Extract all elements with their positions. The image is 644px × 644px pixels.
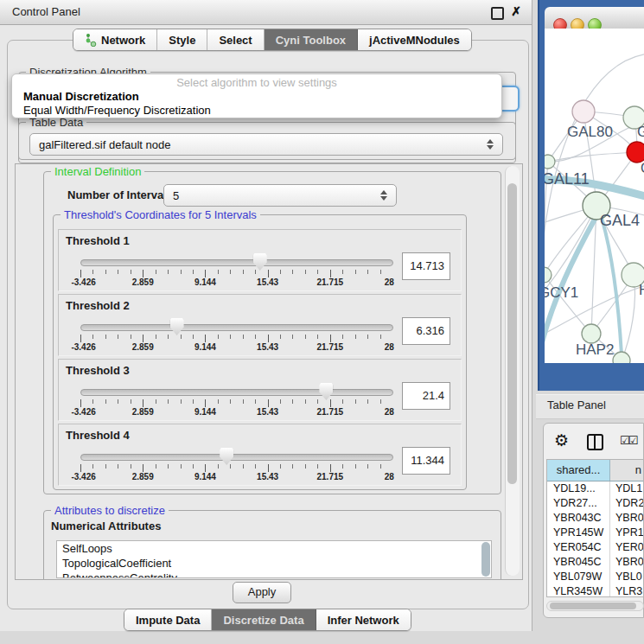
- list-scrollbar[interactable]: [481, 542, 490, 577]
- control-panel-window: Control Panel ✗ Discretization Algorithm…: [0, 0, 532, 631]
- dropdown-placeholder: Select algorithm to view settings: [12, 76, 501, 89]
- tab-discretize-data[interactable]: Discretize Data: [212, 609, 316, 630]
- table-panel-title: Table Panel: [547, 399, 606, 411]
- interval-definition-title: Interval Definition: [51, 165, 144, 178]
- cyni-toolbox-panel: Discretization Algorithm Select algorith…: [7, 40, 529, 609]
- table-row[interactable]: YDL19...YDL1: [547, 481, 643, 496]
- threshold-1-slider-track[interactable]: [80, 259, 393, 266]
- thresholds-group: Threshold's Coordinates for 5 Intervals …: [53, 214, 467, 490]
- node-label: H: [639, 282, 644, 298]
- table-row[interactable]: YBR045CYBR0: [547, 555, 643, 570]
- interval-definition-group: Interval Definition Number of Intervals …: [43, 171, 501, 494]
- threshold-1-value-field[interactable]: 14.713: [402, 252, 450, 280]
- slider-ticks: [80, 464, 392, 472]
- attributes-group-title: Attributes to discretize: [51, 504, 169, 517]
- table-hscrollbar[interactable]: [546, 601, 644, 611]
- node-label: C: [641, 161, 644, 175]
- node-selected-red[interactable]: [627, 142, 644, 163]
- apply-button[interactable]: Apply: [233, 582, 291, 603]
- scrollbar-thumb[interactable]: [550, 603, 636, 609]
- column-header-shared-name[interactable]: shared...: [547, 460, 610, 481]
- node-hap2[interactable]: [582, 324, 601, 343]
- slider-scale: -3.426 2.859 9.144 15.43 21.715 28: [80, 407, 392, 418]
- node-label: G: [637, 124, 644, 140]
- slider-scale: -3.426 2.859 9.144 15.43 21.715 28: [80, 342, 392, 353]
- threshold-3-slider-thumb[interactable]: [319, 383, 333, 400]
- scrollbar-thumb[interactable]: [507, 183, 517, 484]
- combo-spinner-icon: [380, 190, 387, 201]
- tab-style[interactable]: Style: [157, 29, 207, 50]
- list-item[interactable]: BetweennessCentrality: [57, 571, 491, 578]
- threshold-4-value-field[interactable]: 11.344: [402, 447, 450, 475]
- attributes-group: Attributes to discretize Numerical Attri…: [43, 510, 501, 580]
- slider-scale: -3.426 2.859 9.144 15.43 21.715 28: [80, 472, 392, 482]
- threshold-3-slider-track[interactable]: [80, 389, 393, 396]
- tab-network[interactable]: Network: [73, 29, 157, 50]
- slider-scale: -3.426 2.859 9.144 15.43 21.715 28: [80, 277, 392, 288]
- tab-select[interactable]: Select: [207, 29, 264, 50]
- threshold-2-block: Threshold 2 -3.426 2.859 9.144 15.43: [58, 294, 462, 356]
- node-label: GCY1: [545, 284, 578, 301]
- dropdown-option-equal-width[interactable]: Equal Width/Frequency Discretization: [23, 104, 211, 117]
- threshold-4-slider-thumb[interactable]: [220, 448, 233, 465]
- num-intervals-value: 5: [173, 189, 380, 202]
- column-header-name[interactable]: n: [610, 460, 643, 481]
- num-intervals-combobox[interactable]: 5: [163, 184, 397, 207]
- network-canvas[interactable]: GAL80 G C GAL11 GAL4 GCY1 H HAP2: [545, 29, 644, 363]
- settings-scrollbar[interactable]: [505, 166, 520, 576]
- thresholds-group-title: Threshold's Coordinates for 5 Intervals: [61, 208, 260, 221]
- node-gal11[interactable]: [545, 155, 555, 169]
- application: Control Panel ✗ Discretization Algorithm…: [0, 0, 644, 644]
- checkbox-icons[interactable]: ☑☑: [620, 434, 636, 447]
- table-header-row: shared... n: [547, 460, 643, 481]
- table-row[interactable]: YLR345WYLR3: [547, 584, 643, 597]
- tab-infer-network[interactable]: Infer Network: [316, 609, 411, 630]
- node-attribute-table[interactable]: shared... n YDL19...YDL1 YDR27...YDR2 YB…: [546, 459, 644, 597]
- network-icon: [85, 33, 97, 47]
- close-icon[interactable]: ✗: [511, 4, 521, 18]
- table-row[interactable]: YBR043CYBR0: [547, 511, 643, 526]
- threshold-1-slider-thumb[interactable]: [253, 253, 267, 271]
- node-label: GAL4: [600, 212, 640, 229]
- threshold-2-slider-thumb[interactable]: [170, 318, 184, 335]
- slider-ticks: [80, 399, 392, 407]
- node-label: GAL11: [545, 170, 590, 188]
- tab-cyni-toolbox[interactable]: Cyni Toolbox: [265, 29, 358, 50]
- gear-icon[interactable]: ⚙: [554, 430, 569, 450]
- table-data-selected: galFiltered.sif default node: [39, 138, 487, 151]
- node-bottom[interactable]: [613, 352, 630, 363]
- columns-icon[interactable]: [587, 434, 603, 450]
- threshold-2-value-field[interactable]: 6.316: [402, 317, 450, 345]
- node-gcy1[interactable]: [545, 267, 552, 283]
- float-window-icon[interactable]: [491, 7, 504, 20]
- tab-impute-data[interactable]: Impute Data: [124, 609, 212, 630]
- attributes-list[interactable]: SelfLoops TopologicalCoefficient Between…: [56, 540, 492, 578]
- dropdown-option-manual[interactable]: Manual Discretization: [23, 90, 139, 103]
- numerical-attributes-label: Numerical Attributes: [51, 520, 161, 532]
- algorithm-dropdown-popup: Select algorithm to view settings Manual…: [11, 73, 502, 118]
- table-row[interactable]: YER054CYER0: [547, 540, 643, 555]
- list-item[interactable]: SelfLoops: [57, 541, 491, 556]
- table-row[interactable]: YBL079WYBL0: [547, 570, 643, 584]
- list-item[interactable]: TopologicalCoefficient: [57, 556, 491, 571]
- threshold-3-value-field[interactable]: 21.4: [402, 382, 450, 410]
- panel-title: Control Panel: [12, 5, 80, 18]
- threshold-3-block: Threshold 3 -3.426 2.859 9.144 15.43: [58, 359, 462, 421]
- threshold-4-slider-track[interactable]: [80, 454, 393, 461]
- network-window-titlebar[interactable]: [545, 7, 644, 29]
- combo-spinner-icon: [487, 139, 494, 150]
- control-panel-titlebar[interactable]: Control Panel ✗: [0, 0, 532, 25]
- table-data-combobox[interactable]: galFiltered.sif default node: [29, 133, 503, 156]
- threshold-2-slider-track[interactable]: [80, 324, 393, 331]
- threshold-4-block: Threshold 4 -3.426 2.859 9.144 15.43: [58, 424, 462, 486]
- table-panel: ⚙ ☑☑ shared... n YDL19...YDL1 YDR27...YD…: [543, 423, 644, 618]
- toolbox-tabbar: Network Style Select Cyni Toolbox jActiv…: [73, 29, 472, 51]
- table-row[interactable]: YDR27...YDR2: [547, 496, 643, 511]
- network-graph: GAL80 G C GAL11 GAL4 GCY1 H HAP2: [545, 29, 644, 363]
- table-row[interactable]: YPR145WYPR1: [547, 526, 643, 540]
- tab-jactivemnodules[interactable]: jActiveMNodules: [358, 29, 471, 50]
- node-gal80[interactable]: [572, 100, 595, 123]
- threshold-1-block: Threshold 1 -3.426 2.859 9.144 15.43: [58, 229, 462, 291]
- slider-ticks: [80, 335, 392, 342]
- table-data-group: Table Data galFiltered.sif default node: [18, 122, 516, 163]
